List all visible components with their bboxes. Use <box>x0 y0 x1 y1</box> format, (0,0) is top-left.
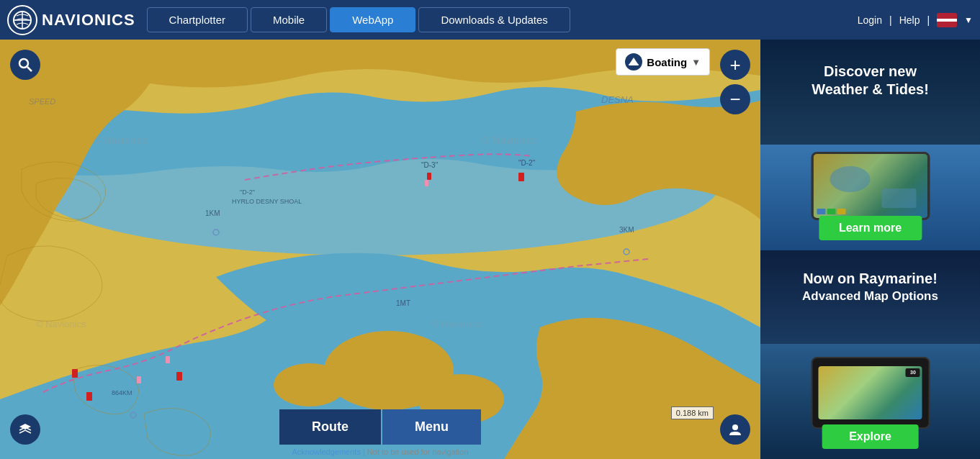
svg-rect-11 <box>72 369 78 378</box>
svg-text:SPEED: SPEED <box>29 97 55 106</box>
divider1: | <box>889 14 892 26</box>
acknowledgements-link[interactable]: Acknowledgements <box>292 447 360 456</box>
scale-indicator: 0.188 km <box>671 406 714 419</box>
svg-text:© Navionics: © Navionics <box>482 135 536 146</box>
ad-upper: Discover new Weather & Tides! <box>760 40 980 250</box>
search-icon <box>18 58 32 72</box>
layers-icon <box>18 423 32 436</box>
svg-text:"D-2": "D-2" <box>518 159 536 167</box>
logo-area: NAVIONICS <box>7 5 135 35</box>
main-content: DESNA SPEED 1KM 3KM 1MT 864KM 175° HYRLO… <box>0 40 980 459</box>
tab-chartplotter[interactable]: Chartplotter <box>147 7 248 32</box>
zoom-controls: + − <box>720 50 750 114</box>
ad-lower: Now on Raymarine! Advanced Map Options 3… <box>760 250 980 460</box>
right-sidebar: Discover new Weather & Tides! <box>760 40 980 459</box>
explore-button[interactable]: Explore <box>822 424 919 449</box>
ad-lower-title: Now on Raymarine! <box>802 271 938 287</box>
acknowledgements-bar: Acknowledgements | Not to be used for na… <box>292 447 468 456</box>
svg-rect-16 <box>137 376 141 383</box>
raymarine-device: 30 <box>811 357 930 429</box>
svg-text:1KM: 1KM <box>205 209 220 217</box>
search-button[interactable] <box>10 50 40 80</box>
help-link[interactable]: Help <box>899 14 920 26</box>
svg-text:© Navionics: © Navionics <box>36 319 86 330</box>
ad-lower-subtitle: Advanced Map Options <box>802 289 938 304</box>
svg-point-35 <box>19 59 28 68</box>
svg-text:© Navionics: © Navionics <box>432 319 482 330</box>
svg-text:"D-2": "D-2" <box>240 188 255 196</box>
svg-text:3KM: 3KM <box>619 226 634 234</box>
svg-line-36 <box>27 67 32 71</box>
ad-upper-title: Discover new Weather & Tides! <box>812 63 929 99</box>
header-right: Login | Help | ▼ <box>858 13 973 27</box>
flag-icon[interactable] <box>937 13 957 27</box>
divider2: | <box>927 14 930 26</box>
map-canvas: DESNA SPEED 1KM 3KM 1MT 864KM 175° HYRLO… <box>0 40 760 459</box>
map-area[interactable]: DESNA SPEED 1KM 3KM 1MT 864KM 175° HYRLO… <box>0 40 760 459</box>
svg-point-37 <box>732 424 738 430</box>
svg-text:"D-3": "D-3" <box>421 161 439 169</box>
svg-rect-15 <box>427 173 431 180</box>
header: NAVIONICS Chartplotter Mobile WebApp Dow… <box>0 0 980 40</box>
svg-rect-14 <box>518 173 524 181</box>
tab-webapp[interactable]: WebApp <box>330 7 415 32</box>
boating-dropdown-arrow[interactable]: ▼ <box>691 57 701 68</box>
layers-button[interactable] <box>10 414 40 445</box>
boating-icon <box>625 53 642 71</box>
tab-mobile[interactable]: Mobile <box>251 7 327 32</box>
tab-downloads[interactable]: Downloads & Updates <box>418 7 570 32</box>
route-button[interactable]: Route <box>279 409 381 445</box>
action-buttons: Route Menu <box>279 409 481 445</box>
login-link[interactable]: Login <box>858 14 882 26</box>
svg-text:DESNA: DESNA <box>601 94 634 105</box>
user-button[interactable] <box>720 414 750 445</box>
svg-text:© Navionics: © Navionics <box>94 135 148 146</box>
svg-text:864KM: 864KM <box>112 389 132 396</box>
logo-icon <box>7 5 37 35</box>
svg-rect-12 <box>86 392 92 401</box>
scale-text: 0.188 km <box>676 409 709 417</box>
zoom-out-button[interactable]: − <box>720 84 750 114</box>
bottom-controls <box>10 414 40 445</box>
svg-rect-13 <box>176 372 182 381</box>
tablet-image <box>811 152 930 220</box>
boating-dropdown[interactable]: Boating ▼ <box>616 48 710 76</box>
ack-suffix: | Not to be used for navigation <box>361 447 469 456</box>
nav-tabs: Chartplotter Mobile WebApp Downloads & U… <box>147 7 853 32</box>
boating-label: Boating <box>647 56 687 68</box>
svg-rect-34 <box>629 64 639 65</box>
user-icon <box>728 422 742 437</box>
svg-text:HYRLO DESNY SHOAL: HYRLO DESNY SHOAL <box>232 198 302 205</box>
learn-more-button[interactable]: Learn more <box>819 216 922 240</box>
svg-point-7 <box>274 363 346 406</box>
svg-rect-18 <box>425 180 428 186</box>
svg-rect-17 <box>166 356 170 363</box>
zoom-in-button[interactable]: + <box>720 50 750 80</box>
logo-text: NAVIONICS <box>42 11 135 29</box>
flag-dropdown-arrow[interactable]: ▼ <box>964 15 973 25</box>
svg-text:1MT: 1MT <box>396 299 410 307</box>
menu-button[interactable]: Menu <box>382 409 481 445</box>
